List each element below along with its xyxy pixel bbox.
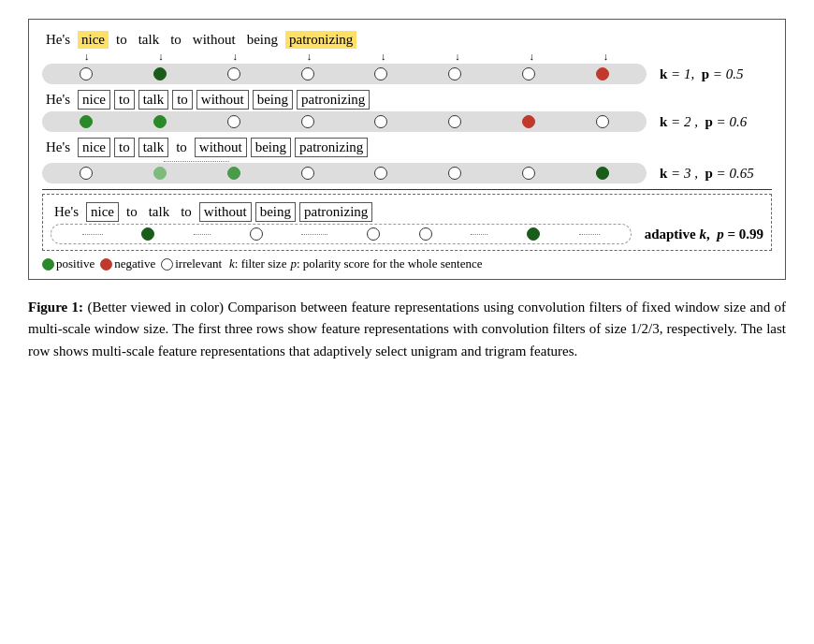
word-without-3: without	[195, 138, 247, 157]
circle-1-1	[80, 67, 93, 80]
word-nice-a: nice	[86, 202, 119, 222]
param-label-a: adaptive k, p = 0.99	[645, 227, 763, 242]
param-label-1: k = 1, p = 0.5	[660, 66, 772, 82]
word-without-2: without	[196, 90, 249, 110]
circle-1-2	[153, 67, 167, 80]
caption-label: Figure 1:	[28, 300, 83, 315]
circle-3-4	[301, 167, 314, 180]
arrow8: ↓	[603, 51, 609, 62]
circle-1-5	[374, 67, 387, 80]
row1-block: He's nice to talk to without being patro…	[42, 31, 772, 84]
circle-2-5	[374, 115, 387, 128]
circle-a-3	[367, 227, 380, 241]
legend-white-circle	[161, 258, 173, 271]
arrow1: ↓	[84, 51, 90, 62]
row1-words: He's nice to talk to without being patro…	[42, 31, 772, 49]
row3-block: He's nice to talk to without being patro…	[42, 138, 772, 183]
row1-circles: k = 1, p = 0.5	[42, 64, 772, 84]
circle-3-5	[374, 167, 387, 180]
circle-a-2	[250, 227, 263, 241]
word-patronizing-3: patronizing	[295, 138, 368, 157]
inner-separator	[42, 189, 772, 190]
row2-circles: k = 2 , p = 0.6	[42, 111, 772, 132]
circle-2-8	[596, 115, 609, 128]
circle-3-7	[522, 167, 535, 180]
param-label-2: k = 2 , p = 0.6	[660, 114, 772, 130]
circle-3-2	[153, 167, 167, 180]
adapt-dots-3	[301, 234, 327, 235]
param-label-3: k = 3 , p = 0.65	[660, 166, 772, 182]
arrow3: ↓	[232, 51, 238, 62]
word-hes-1: He's	[42, 31, 74, 49]
legend-irrelevant-label: irrelevant	[175, 256, 222, 271]
row2-block: He's nice to talk to without being patro…	[42, 90, 772, 132]
word-talk-a: talk	[145, 203, 174, 221]
circle-3-6	[448, 167, 461, 180]
word-nice-3: nice	[78, 138, 110, 157]
figure-caption: Figure 1: (Better viewed in color) Compa…	[28, 297, 786, 362]
legend-row: positive negative irrelevant k: filter s…	[42, 256, 772, 271]
word-being-a: being	[255, 202, 296, 222]
word-hes-3: He's	[42, 139, 74, 156]
word-without-a: without	[199, 202, 252, 222]
adaptive-words: He's nice to talk to without being patro…	[51, 202, 763, 222]
arrow4: ↓	[307, 51, 313, 62]
legend-p-label: p: polarity score for the whole sentence	[290, 256, 482, 271]
circle-2-4	[301, 115, 314, 128]
circle-3-1	[80, 167, 93, 180]
circle-1-6	[448, 67, 461, 80]
adaptive-circles: adaptive k, p = 0.99	[51, 224, 763, 244]
word-patronizing-2: patronizing	[297, 90, 370, 110]
arrow2: ↓	[158, 51, 164, 62]
circle-2-1	[80, 115, 93, 128]
word-being-3: being	[251, 138, 291, 157]
arrow6: ↓	[455, 51, 460, 62]
word-hes-2: He's	[42, 91, 74, 109]
word-being-1: being	[243, 31, 282, 49]
caption-text: (Better viewed in color) Comparison betw…	[28, 300, 786, 359]
word-to1-3: to	[114, 138, 135, 157]
adapt-dots-1	[82, 234, 103, 235]
legend-red-circle	[100, 258, 112, 271]
word-without-1: without	[189, 31, 240, 49]
row3-words: He's nice to talk to without being patro…	[42, 138, 772, 157]
row3-circles: k = 3 , p = 0.65	[42, 163, 772, 183]
legend-positive-label: positive	[56, 256, 94, 271]
circle-1-3	[227, 67, 240, 80]
word-being-2: being	[253, 90, 293, 110]
circle-2-2	[153, 115, 167, 128]
circle-1-8	[596, 67, 609, 80]
word-nice-1: nice	[78, 31, 109, 49]
circle-2-6	[448, 115, 461, 128]
word-to2-2: to	[172, 90, 193, 110]
word-nice-2: nice	[78, 90, 110, 110]
arrows-row-1: ↓ ↓ ↓ ↓ ↓ ↓ ↓ ↓	[42, 51, 772, 62]
circle-a-1	[141, 227, 154, 241]
arrow5: ↓	[381, 51, 386, 62]
adapt-dots-2	[194, 234, 211, 235]
word-to2-3: to	[172, 139, 191, 156]
circle-2-7	[522, 115, 535, 128]
word-patronizing-a: patronizing	[299, 202, 372, 222]
circle-2-3	[227, 115, 240, 128]
adapt-dots-4	[471, 234, 487, 235]
word-talk-3: talk	[138, 138, 169, 157]
adaptive-block: He's nice to talk to without being patro…	[42, 194, 772, 251]
legend-negative-label: negative	[114, 256, 155, 271]
word-talk-2: talk	[138, 90, 169, 110]
circle-a-4	[419, 227, 432, 241]
word-hes-a: He's	[51, 203, 82, 221]
word-to2-1: to	[167, 31, 185, 49]
legend-green-circle	[42, 258, 54, 271]
circle-a-5	[527, 227, 540, 241]
word-talk-1: talk	[135, 31, 164, 49]
row2-words: He's nice to talk to without being patro…	[42, 90, 772, 110]
row3-dotted-hint	[42, 159, 772, 162]
legend-k-label: k: filter size	[229, 256, 286, 271]
word-to1-a: to	[123, 203, 141, 221]
circle-1-7	[522, 67, 535, 80]
circle-3-3	[227, 167, 240, 180]
figure-container: He's nice to talk to without being patro…	[28, 19, 786, 280]
circle-3-8	[596, 167, 609, 180]
word-to2-a: to	[177, 203, 196, 221]
